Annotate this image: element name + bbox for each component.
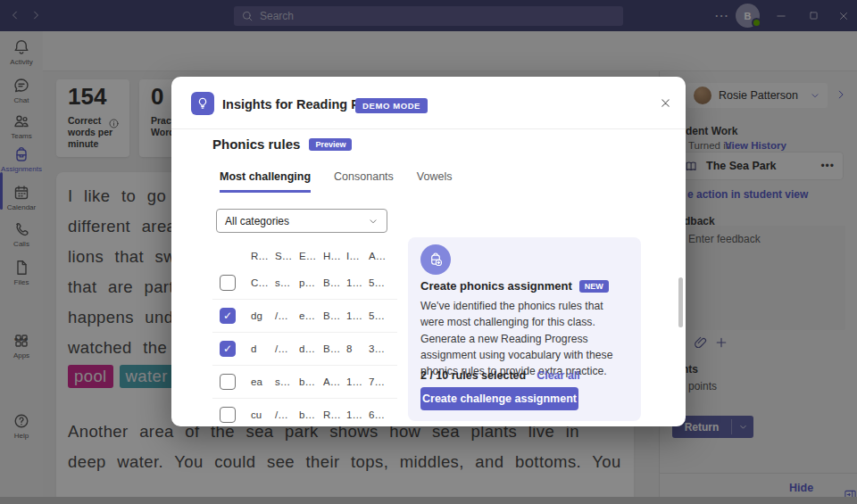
modal-close-icon[interactable] xyxy=(655,93,675,112)
row-checkbox[interactable] xyxy=(220,308,236,324)
demo-mode-badge: DEMO MODE xyxy=(355,98,428,113)
teams-window: ⋯ B Activity Chat Teams Assignments xyxy=(0,0,857,504)
row-checkbox[interactable] xyxy=(220,341,236,357)
table-header-row: R… S… E… H… I… A… xyxy=(212,245,397,267)
new-badge: NEW xyxy=(579,280,609,293)
preview-badge: Preview xyxy=(309,138,352,151)
tab-vowels[interactable]: Vowels xyxy=(417,170,453,193)
backpack-plus-icon xyxy=(420,244,451,275)
table-row: C… s… p… B… 1… 5… xyxy=(212,267,397,300)
row-checkbox[interactable] xyxy=(220,275,236,291)
table-row: dg /… e… B… 1… 5… xyxy=(212,300,397,333)
row-checkbox[interactable] xyxy=(220,374,236,390)
card-description: We've identified the phonics rules that … xyxy=(420,298,628,379)
create-assignment-card: Create phonics assignment NEW We've iden… xyxy=(408,237,641,421)
chevron-down-icon xyxy=(368,216,379,227)
section-title: Phonics rules xyxy=(212,136,300,152)
clear-all-link[interactable]: Clear all xyxy=(537,369,580,382)
table-row: cu /… b… R… 1… 6… xyxy=(212,399,397,426)
modal-body: Phonics rules Preview Most challenging C… xyxy=(171,128,686,426)
rules-selected-count: 2 / 10 rules selected xyxy=(420,369,526,382)
table-row: d /… d… B… 8 3… xyxy=(212,333,397,366)
create-challenge-assignment-button[interactable]: Create challenge assignment xyxy=(420,387,578,410)
tab-consonants[interactable]: Consonants xyxy=(334,170,394,193)
lightbulb-icon xyxy=(191,92,214,115)
modal-scrollbar-thumb[interactable] xyxy=(678,277,683,327)
insights-modal: Insights for Reading Progress DEMO MODE … xyxy=(171,77,686,426)
table-row: ea s… b… A… 1… 7… xyxy=(212,366,397,399)
row-checkbox[interactable] xyxy=(220,407,236,423)
card-title: Create phonics assignment xyxy=(420,279,572,293)
phonics-tabs: Most challenging Consonants Vowels xyxy=(220,170,452,193)
category-dropdown[interactable]: All categories xyxy=(216,209,387,233)
tab-most-challenging[interactable]: Most challenging xyxy=(220,170,311,193)
